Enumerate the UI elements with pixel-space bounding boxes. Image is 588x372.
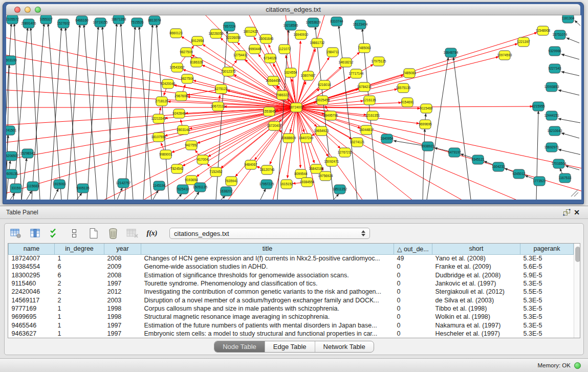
graph-node[interactable]: 8938923: [421, 142, 434, 151]
graph-node[interactable]: 16648784: [444, 48, 459, 57]
graph-node[interactable]: 9484067: [244, 160, 257, 169]
graph-node[interactable]: 25206507: [6, 151, 19, 161]
table-select-combobox[interactable]: citations_edges.txt: [169, 228, 370, 239]
node-table-header[interactable]: namein_degreeyeartitle△ out_de...shortpa…: [9, 244, 574, 254]
table-row[interactable]: 1830029562008Estimation of significance …: [9, 271, 574, 279]
graph-node[interactable]: 7515526: [130, 18, 144, 27]
graph-node[interactable]: 16671358: [112, 15, 126, 24]
graph-node[interactable]: 6466160: [75, 16, 89, 25]
graph-node[interactable]: 1216135: [363, 96, 376, 105]
graph-node[interactable]: 1615152: [280, 180, 293, 189]
new-column-button[interactable]: [88, 227, 100, 239]
graph-node[interactable]: 10241501: [6, 126, 17, 135]
graph-node[interactable]: 17016504: [552, 159, 567, 168]
graph-node[interactable]: 20891406: [21, 19, 36, 28]
graph-node[interactable]: 5905135: [76, 184, 90, 193]
graph-node[interactable]: 19384554: [300, 178, 315, 187]
graph-node[interactable]: 10274121: [350, 138, 365, 147]
float-panel-icon[interactable]: [561, 208, 572, 216]
graph-node[interactable]: 9329966: [548, 47, 561, 56]
graph-node[interactable]: 14618212: [339, 58, 354, 67]
close-panel-icon[interactable]: ✕: [572, 208, 582, 216]
graph-node[interactable]: 7824542: [170, 164, 184, 173]
table-row[interactable]: 1456911722003Disruption of a novel membe…: [9, 296, 574, 304]
graph-node[interactable]: 7957224: [223, 22, 236, 31]
zoom-button[interactable]: [35, 7, 41, 13]
graph-node[interactable]: 18120746: [260, 165, 275, 174]
column-header[interactable]: short: [432, 244, 520, 254]
graph-node[interactable]: 18407249: [299, 134, 314, 143]
graph-node[interactable]: 8660123: [169, 29, 183, 38]
graph-node[interactable]: 1638202: [220, 187, 233, 196]
graph-node[interactable]: 9242848: [172, 109, 186, 118]
graph-node[interactable]: 18012422: [244, 27, 258, 36]
graph-node[interactable]: 17957225: [259, 180, 274, 189]
graph-node[interactable]: 10807487: [301, 71, 316, 80]
graph-node[interactable]: 9427552: [185, 141, 198, 150]
column-header[interactable]: △ out_de...: [394, 244, 432, 254]
graph-node[interactable]: 1773521: [533, 177, 546, 186]
scrollbar-thumb[interactable]: [575, 247, 580, 262]
graph-node[interactable]: 12226058: [226, 33, 241, 42]
graph-node[interactable]: 9227343: [548, 64, 561, 73]
column-visibility-button[interactable]: [29, 227, 41, 239]
column-header[interactable]: name: [9, 244, 55, 254]
graph-node[interactable]: 18511352: [333, 185, 347, 194]
tab-node-table[interactable]: Node Table: [214, 341, 265, 352]
graph-node[interactable]: 15692971: [545, 143, 559, 152]
graph-node[interactable]: 10025458: [315, 96, 330, 105]
graph-node[interactable]: 1640954: [380, 134, 394, 143]
graph-node[interactable]: 8310744: [330, 17, 343, 26]
graph-node[interactable]: 7485083: [403, 69, 416, 78]
table-row[interactable]: 1872400712008Changes of HCN gene express…: [9, 254, 574, 262]
graph-node[interactable]: 18107554: [151, 133, 166, 142]
column-header[interactable]: year: [104, 244, 141, 254]
graph-node[interactable]: 9827504: [181, 74, 194, 83]
delete-column-button[interactable]: [107, 227, 119, 239]
graph-node[interactable]: 9245012: [512, 169, 526, 179]
graph-node[interactable]: 1604233: [492, 162, 505, 171]
graph-node[interactable]: 9115460: [420, 104, 433, 113]
graph-node[interactable]: 1553845: [263, 107, 276, 116]
graph-node[interactable]: 9505135: [6, 169, 18, 179]
graph-node[interactable]: 9989001: [159, 150, 172, 159]
table-row[interactable]: 946554611997Estimation of the future num…: [9, 321, 574, 329]
network-window-titlebar[interactable]: citations_edges.txt: [6, 4, 580, 15]
graph-node[interactable]: 10688609: [281, 134, 296, 143]
network-canvas[interactable]: 8660123891295418226058982750910543362224…: [6, 15, 581, 200]
column-header[interactable]: pagerank: [520, 244, 574, 254]
graph-node[interactable]: 1584711: [326, 48, 339, 57]
table-row[interactable]: 969969511998Structural magnetic resonanc…: [9, 313, 574, 321]
minimize-button[interactable]: [25, 7, 31, 13]
graph-node[interactable]: 6216016: [318, 80, 331, 90]
graph-node[interactable]: 8215955: [532, 102, 545, 111]
node-table-body[interactable]: 1872400712008Changes of HCN gene express…: [9, 254, 574, 338]
graph-node[interactable]: 15051135: [193, 183, 208, 192]
graph-node[interactable]: 10653829: [306, 18, 321, 27]
node-table[interactable]: namein_degreeyeartitle△ out_de...shortpa…: [8, 244, 574, 338]
graph-node[interactable]: 16784211: [357, 82, 372, 92]
graph-node[interactable]: 9699695: [419, 120, 432, 129]
tab-network-table[interactable]: Network Table: [315, 341, 374, 352]
table-mode-button[interactable]: [10, 227, 22, 239]
table-row[interactable]: 911546021997Tourette syndrome. Phenomeno…: [9, 279, 574, 288]
graph-node[interactable]: 11548908: [536, 26, 551, 35]
graph-node[interactable]: 1055327: [39, 15, 53, 24]
graph-node[interactable]: 20564456: [266, 76, 281, 85]
graph-node[interactable]: 16061646: [259, 34, 274, 43]
graph-node[interactable]: 7625410: [176, 185, 189, 194]
function-builder-button[interactable]: f(x): [146, 227, 158, 239]
graph-node[interactable]: 2967608: [175, 92, 188, 101]
graph-node[interactable]: 1181304: [562, 15, 575, 23]
graph-node[interactable]: 1167533: [559, 173, 572, 183]
tab-edge-table[interactable]: Edge Table: [265, 341, 315, 352]
graph-node[interactable]: 9154691: [401, 98, 414, 107]
column-header[interactable]: in_degree: [55, 244, 104, 254]
graph-node[interactable]: 8186328: [190, 58, 203, 67]
table-row[interactable]: 946362711997Embryonic stem cells: a mode…: [9, 330, 574, 338]
graph-node[interactable]: 2105572: [6, 15, 19, 24]
graph-node[interactable]: 10719155: [93, 18, 108, 27]
graph-node[interactable]: 19756928: [318, 171, 333, 181]
graph-node[interactable]: 33159: [10, 184, 21, 193]
graph-node[interactable]: 18575135: [396, 83, 411, 93]
